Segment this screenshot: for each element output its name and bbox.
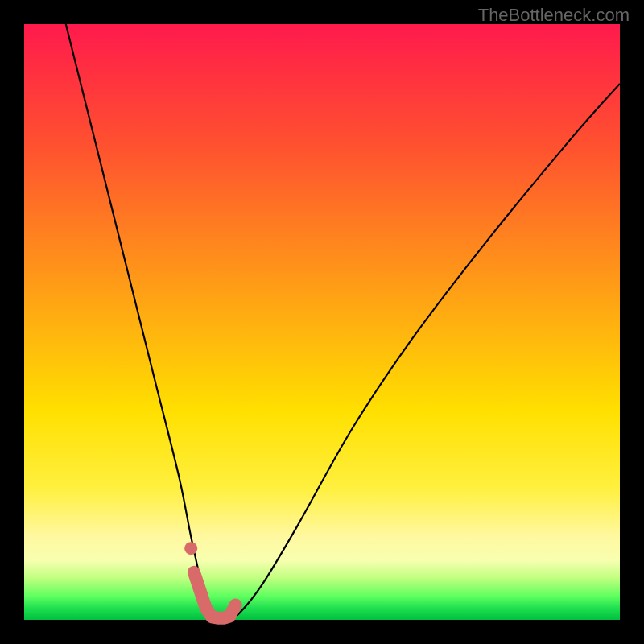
highlight-stroke <box>194 572 236 618</box>
chart-area <box>24 24 620 620</box>
highlight-dot <box>184 542 197 555</box>
bottleneck-curve <box>66 24 620 621</box>
curve-layer <box>24 24 620 620</box>
highlight-markers <box>184 542 236 618</box>
watermark-text: TheBottleneck.com <box>478 5 630 26</box>
